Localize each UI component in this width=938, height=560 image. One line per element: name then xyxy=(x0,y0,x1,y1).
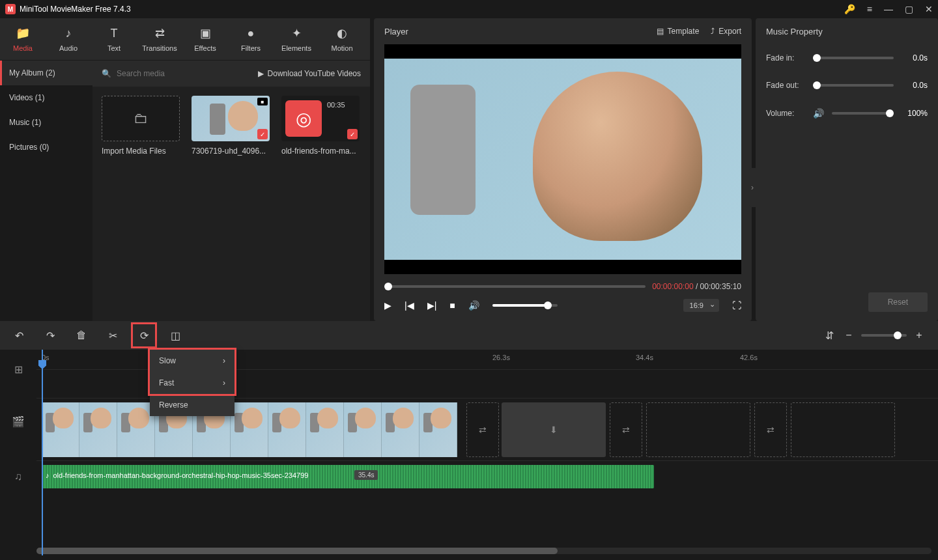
music-note-icon: ♪ xyxy=(46,471,50,479)
transition-button[interactable]: ⇄ xyxy=(610,402,642,457)
reset-button[interactable]: Reset xyxy=(868,292,928,312)
tab-transitions[interactable]: ⇄Transitions xyxy=(137,18,182,60)
clip-placeholder[interactable]: ⬇ xyxy=(502,402,606,457)
search-input[interactable] xyxy=(117,69,253,78)
next-frame-button[interactable]: ▶| xyxy=(427,300,437,311)
media-item-music[interactable]: ◎ 00:35 ✓ old-friends-from-ma... xyxy=(281,96,360,156)
music-note-icon: ♪ xyxy=(66,27,72,40)
template-button[interactable]: ▤Template xyxy=(657,27,700,36)
play-button[interactable]: ▶ xyxy=(384,300,391,311)
stop-button[interactable]: ■ xyxy=(449,300,455,311)
speed-menu-fast[interactable]: Fast› xyxy=(150,372,234,394)
transition-button[interactable]: ⇄ xyxy=(466,402,499,457)
music-duration: 00:35 xyxy=(327,101,345,109)
chevron-right-icon: › xyxy=(223,356,225,365)
transitions-icon: ⇄ xyxy=(155,26,165,40)
key-icon[interactable]: 🔑 xyxy=(844,4,855,14)
speed-menu-reverse[interactable]: Reverse xyxy=(150,394,234,416)
clip-placeholder[interactable] xyxy=(791,402,895,457)
add-track-button[interactable]: ⊞ xyxy=(0,350,36,389)
player-title: Player xyxy=(384,27,408,36)
sidebar-item-music[interactable]: Music (1) xyxy=(0,110,92,135)
scrub-knob[interactable] xyxy=(384,283,392,290)
video-thumbnail[interactable]: ■ ✓ xyxy=(192,96,270,141)
split-button[interactable]: ✂ xyxy=(106,328,120,343)
sidebar-item-my-album[interactable]: My Album (2) xyxy=(0,61,92,85)
fade-out-value: 0.0s xyxy=(902,81,928,90)
maximize-button[interactable]: ▢ xyxy=(905,4,913,14)
media-item-video[interactable]: ■ ✓ 7306719-uhd_4096... xyxy=(192,96,270,156)
fade-in-value: 0.0s xyxy=(902,53,928,63)
close-button[interactable]: ✕ xyxy=(925,4,933,14)
volume-row: Volume: 🔊 100% xyxy=(756,99,938,128)
video-preview[interactable] xyxy=(384,44,741,274)
player-panel: Player ▤Template ⤴Export 00:00:00:00 / 0… xyxy=(374,18,752,321)
playhead[interactable] xyxy=(42,350,43,555)
scrub-slider[interactable] xyxy=(384,285,646,288)
media-grid: 🗀 Import Media Files ■ ✓ 7306719-uhd_409… xyxy=(92,87,370,165)
prev-frame-button[interactable]: |◀ xyxy=(405,300,414,311)
aspect-ratio-select[interactable]: 16:9 xyxy=(683,299,719,312)
tab-elements[interactable]: ✦Elements xyxy=(274,18,319,60)
scrollbar-thumb[interactable] xyxy=(36,548,558,554)
tab-media[interactable]: 📁Media xyxy=(0,18,46,60)
timeline-toolbar: ↶ ↷ 🗑 ✂ ⟳ ◫ ⇵ − + Slow› Fast› Reverse xyxy=(0,321,938,350)
tab-text[interactable]: TText xyxy=(91,18,137,60)
properties-title: Music Property xyxy=(756,18,938,44)
menu-icon[interactable]: ≡ xyxy=(867,4,872,14)
sidebar-item-videos[interactable]: Videos (1) xyxy=(0,85,92,110)
speed-button[interactable]: ⟳ xyxy=(137,328,151,343)
volume-slider[interactable] xyxy=(492,304,558,307)
import-placeholder[interactable]: 🗀 xyxy=(102,96,180,141)
stack-icon: ▤ xyxy=(657,27,664,36)
crop-button[interactable]: ◫ xyxy=(168,328,182,343)
fit-zoom-button[interactable]: ⇵ xyxy=(822,328,836,343)
download-youtube-link[interactable]: ▶Download YouTube Videos xyxy=(258,69,361,78)
collapse-handle[interactable]: › xyxy=(749,168,756,207)
check-icon: ✓ xyxy=(347,129,358,139)
tab-effects[interactable]: ▣Effects xyxy=(182,18,228,60)
delete-button[interactable]: 🗑 xyxy=(74,328,89,343)
import-media-card[interactable]: 🗀 Import Media Files xyxy=(102,96,180,156)
app-logo: M xyxy=(5,4,16,14)
zoom-out-button[interactable]: − xyxy=(842,328,856,343)
audio-track-icon: ♫ xyxy=(0,454,36,499)
track-gutter: ⊞ 🎬 ♫ xyxy=(0,350,36,555)
video-clip[interactable] xyxy=(42,402,459,457)
fade-out-row: Fade out: 0.0s xyxy=(756,72,938,99)
timecode: 00:00:00:00 / 00:00:35:10 xyxy=(652,282,741,291)
audio-clip[interactable]: ♪old-friends-from-manhattan-background-o… xyxy=(42,465,654,488)
fade-in-slider[interactable] xyxy=(813,57,894,59)
transition-button[interactable]: ⇄ xyxy=(754,402,787,457)
tab-audio[interactable]: ♪Audio xyxy=(46,18,91,60)
music-thumbnail[interactable]: ◎ 00:35 ✓ xyxy=(281,96,360,141)
audio-track[interactable]: ♪old-friends-from-manhattan-background-o… xyxy=(36,460,938,499)
property-volume-slider[interactable] xyxy=(832,112,894,115)
zoom-in-button[interactable]: + xyxy=(912,328,926,343)
minimize-button[interactable]: — xyxy=(884,4,893,14)
tab-filters[interactable]: ●Filters xyxy=(228,18,274,60)
chevron-right-icon: › xyxy=(223,378,225,387)
redo-button[interactable]: ↷ xyxy=(43,328,57,343)
fade-out-slider[interactable] xyxy=(813,84,894,87)
speaker-icon[interactable]: 🔊 xyxy=(813,108,824,119)
search-icon: 🔍 xyxy=(102,69,111,78)
export-button[interactable]: ⤴Export xyxy=(711,27,741,36)
timeline: ↶ ↷ 🗑 ✂ ⟳ ◫ ⇵ − + Slow› Fast› Reverse ⊞ … xyxy=(0,321,938,555)
speed-menu-slow[interactable]: Slow› xyxy=(150,350,234,372)
check-icon: ✓ xyxy=(257,129,268,139)
app-title: MiniTool MovieMaker Free 7.4.3 xyxy=(20,5,131,14)
volume-icon[interactable]: 🔊 xyxy=(468,300,479,311)
titlebar: M MiniTool MovieMaker Free 7.4.3 🔑 ≡ — ▢… xyxy=(0,0,938,18)
tab-motion[interactable]: ◐Motion xyxy=(319,18,365,60)
undo-button[interactable]: ↶ xyxy=(12,328,26,343)
zoom-slider[interactable] xyxy=(861,334,907,337)
sidebar-item-pictures[interactable]: Pictures (0) xyxy=(0,135,92,160)
clip-placeholder[interactable] xyxy=(646,402,750,457)
fullscreen-button[interactable]: ⛶ xyxy=(732,300,741,311)
volume-value: 100% xyxy=(902,109,928,118)
timeline-scrollbar[interactable] xyxy=(36,548,931,554)
effects-icon: ▣ xyxy=(200,26,211,40)
video-track-icon: 🎬 xyxy=(0,389,36,454)
folder-icon: 📁 xyxy=(16,26,30,40)
